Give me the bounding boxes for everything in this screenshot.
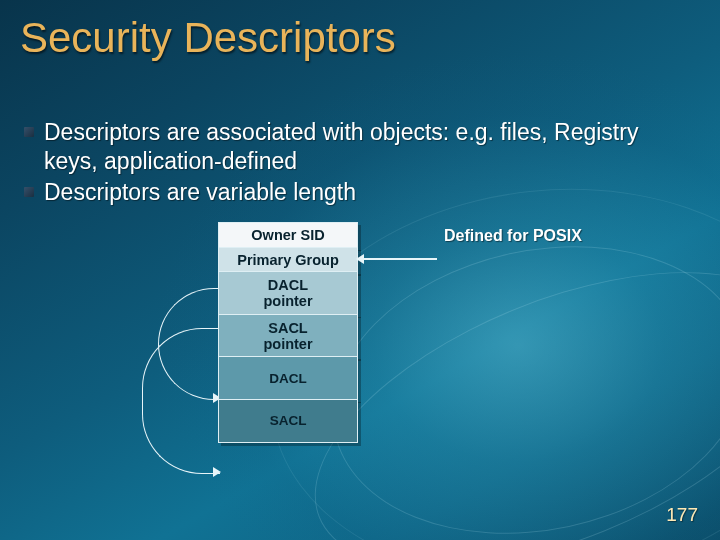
diagram-cell-owner-sid: Owner SID: [218, 222, 358, 248]
diagram-cell-dacl-pointer: DACL pointer: [218, 271, 358, 315]
bullet-text: Descriptors are associated with objects:…: [44, 119, 638, 174]
slide-title: Security Descriptors: [20, 14, 396, 62]
diagram-cell-dacl: DACL: [218, 356, 358, 400]
arrow-head-icon: [213, 467, 221, 477]
bullet-item: Descriptors are associated with objects:…: [44, 118, 684, 176]
page-number: 177: [666, 504, 698, 526]
bullet-item: Descriptors are variable length: [44, 178, 684, 207]
pointer-arc-sacl: [142, 328, 220, 474]
cell-label: DACL pointer: [263, 277, 312, 309]
bullet-marker-icon: [24, 187, 34, 197]
descriptor-diagram: Owner SID Primary Group DACL pointer SAC…: [218, 222, 358, 443]
cell-label: SACL pointer: [263, 320, 312, 352]
bullet-list: Descriptors are associated with objects:…: [44, 118, 684, 208]
bullet-marker-icon: [24, 127, 34, 137]
bullet-text: Descriptors are variable length: [44, 179, 356, 205]
slide: Security Descriptors Descriptors are ass…: [0, 0, 720, 540]
diagram-cell-sacl-pointer: SACL pointer: [218, 314, 358, 358]
diagram-cell-sacl: SACL: [218, 399, 358, 443]
posix-annotation: Defined for POSIX: [444, 227, 582, 245]
diagram-cell-primary-group: Primary Group: [218, 247, 358, 273]
posix-arrow: [363, 258, 437, 260]
